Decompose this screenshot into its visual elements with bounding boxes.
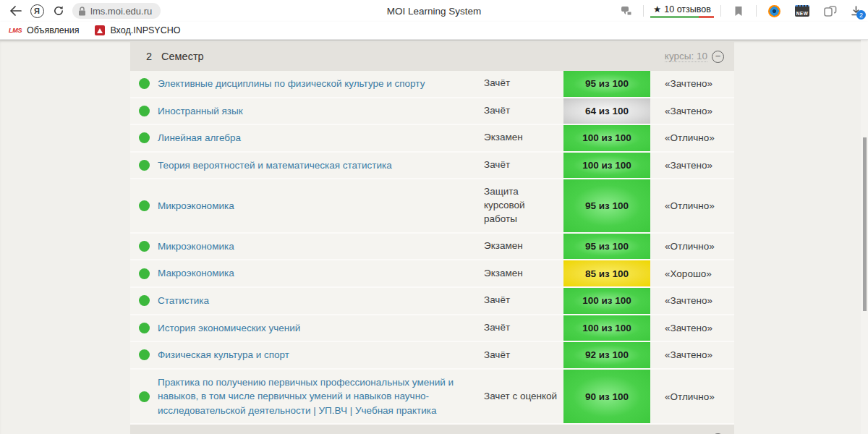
refresh-icon — [53, 5, 64, 17]
course-row: Иностранный язык Зачёт 64 из 100 «Зачтен… — [130, 98, 734, 126]
inpsycho-favicon — [95, 25, 105, 35]
course-row: Линейная алгебра Экзамен 100 из 100 «Отл… — [130, 125, 734, 153]
bookmark-flag-icon — [734, 6, 743, 17]
course-row: Статистика Зачёт 100 из 100 «Зачтено» — [130, 288, 734, 315]
course-name[interactable]: Микроэкономика — [158, 193, 484, 219]
bookmark-label: Объявления — [27, 25, 79, 35]
status-dot-icon — [139, 323, 150, 333]
course-row: История экономических учений Зачёт 100 и… — [130, 315, 734, 343]
course-score: 95 из 100 — [563, 179, 650, 232]
page-scrollbar — [861, 40, 868, 434]
address-bar[interactable]: lms.moi.edu.ru — [72, 3, 161, 19]
yandex-logo-icon: Я — [30, 4, 44, 18]
downloads-button[interactable]: 2 — [848, 3, 864, 19]
semester-2-courses-link[interactable]: курсы: 10 — [665, 51, 707, 62]
course-table-body: Элективные дисциплины по физической куль… — [130, 71, 734, 425]
course-row: Практика по получению первичных професси… — [130, 370, 734, 425]
status-dot-icon — [139, 295, 150, 306]
toolbar-divider — [756, 5, 757, 17]
course-name[interactable]: Элективные дисциплины по физической куль… — [158, 71, 484, 97]
course-name[interactable]: Физическая культура и спорт — [158, 342, 484, 368]
back-icon — [9, 6, 22, 16]
course-score: 90 из 100 — [563, 370, 650, 424]
course-name[interactable]: Иностранный язык — [158, 98, 484, 124]
course-type: Зачёт — [484, 98, 563, 124]
course-type: Зачет с оценкой — [484, 384, 563, 409]
course-result: «Отлично» — [650, 200, 734, 211]
course-score: 92 из 100 — [563, 342, 650, 368]
bookmark-item-inpsycho[interactable]: Вход.INPSYCHO — [95, 25, 180, 35]
status-cell — [130, 234, 158, 260]
semester-2-header: 2 Семестр курсы: 10 − — [130, 42, 734, 71]
course-name[interactable]: Статистика — [158, 288, 484, 314]
status-dot-icon — [139, 349, 150, 360]
back-button[interactable] — [4, 1, 26, 20]
course-type: Зачёт — [484, 153, 563, 178]
status-cell — [130, 153, 158, 179]
site-reviews-button[interactable]: ★ 10 отзывов — [650, 4, 714, 18]
course-row: Микроэкономика Защита курсовой работы 95… — [130, 179, 734, 234]
extension-button[interactable] — [763, 1, 785, 20]
status-dot-icon — [139, 160, 150, 171]
course-result: «Зачтено» — [650, 295, 734, 306]
lms-page: 2 Семестр курсы: 10 − Элективные дисципл… — [0, 40, 868, 434]
course-name[interactable]: История экономических учений — [158, 315, 484, 341]
course-row: Теория вероятностей и математическая ста… — [130, 153, 734, 180]
status-dot-icon — [139, 391, 150, 402]
course-row: Микроэкономика Экзамен 95 из 100 «Отличн… — [130, 234, 734, 261]
semester-number: 2 — [146, 51, 152, 62]
course-score: 100 из 100 — [563, 288, 650, 314]
course-result: «Отлично» — [650, 241, 734, 252]
course-name[interactable]: Макроэкономика — [158, 260, 484, 286]
semester-label: Семестр — [161, 51, 204, 62]
scrollbar-thumb[interactable] — [863, 137, 867, 311]
bookmark-button[interactable] — [728, 1, 749, 20]
collections-button[interactable] — [820, 1, 841, 20]
collapse-semester-icon[interactable]: − — [712, 51, 724, 63]
status-cell — [130, 288, 158, 314]
bookmark-item-announcements[interactable]: LMS Объявления — [9, 25, 79, 35]
course-type: Зачёт — [484, 315, 563, 341]
course-type: Экзамен — [484, 234, 563, 259]
status-dot-icon — [139, 200, 150, 211]
course-score: 100 из 100 — [563, 315, 650, 341]
status-cell — [130, 98, 158, 124]
course-result: «Хорошо» — [650, 268, 734, 279]
toolbar-divider — [643, 5, 644, 17]
course-row: Макроэкономика Экзамен 85 из 100 «Хорошо… — [130, 260, 734, 288]
star-icon: ★ — [653, 4, 661, 14]
reviews-rating-bar — [650, 16, 714, 18]
status-dot-icon — [139, 241, 150, 252]
password-manager-button[interactable] — [615, 1, 637, 20]
bookmarks-bar: LMS Объявления Вход.INPSYCHO — [0, 22, 868, 40]
course-name[interactable]: Теория вероятностей и математическая ста… — [158, 153, 484, 179]
reviews-count-label: 10 отзывов — [664, 4, 711, 14]
extension-circle-icon — [768, 5, 780, 17]
status-dot-icon — [139, 268, 150, 279]
course-type: Зачёт — [484, 71, 563, 96]
toolbar-divider — [720, 5, 721, 17]
course-result: «Зачтено» — [650, 349, 734, 360]
course-name[interactable]: Микроэкономика — [158, 234, 484, 260]
toolbar-right-icons: ★ 10 отзывов NEW — [615, 1, 864, 20]
downloads-badge: 2 — [856, 10, 866, 20]
course-name[interactable]: Практика по получению первичных професси… — [158, 370, 484, 424]
bookmark-label: Вход.INPSYCHO — [110, 25, 180, 35]
status-cell — [130, 260, 158, 286]
semester-3-header: 3 Семестр курсы: 10 + — [130, 425, 734, 434]
yandex-home-button[interactable]: Я — [26, 1, 48, 20]
status-cell — [130, 179, 158, 232]
status-cell — [130, 342, 158, 368]
status-cell — [130, 315, 158, 341]
lms-favicon: LMS — [9, 27, 22, 34]
course-score: 64 из 100 — [563, 98, 650, 124]
course-result: «Зачтено» — [650, 323, 734, 333]
course-result: «Отлично» — [650, 132, 734, 143]
course-type: Экзамен — [484, 261, 563, 286]
course-name[interactable]: Линейная алгебра — [158, 125, 484, 151]
status-cell — [130, 370, 158, 424]
status-dot-icon — [139, 106, 150, 116]
refresh-button[interactable] — [48, 1, 69, 20]
status-dot-icon — [139, 132, 150, 143]
extension-new-button[interactable]: NEW — [791, 1, 813, 20]
